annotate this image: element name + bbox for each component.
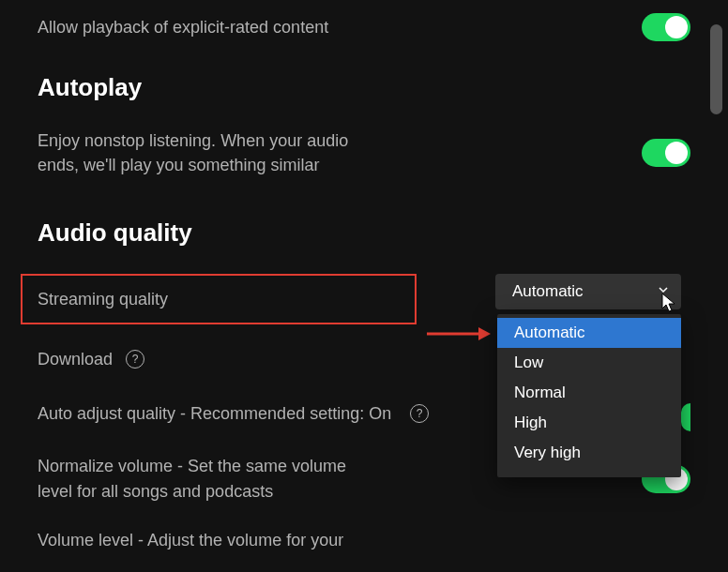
volume-level-label: Volume level - Adjust the volume for you… bbox=[38, 528, 394, 552]
download-label: Download bbox=[38, 347, 113, 371]
streaming-quality-highlight: Streaming quality bbox=[21, 274, 417, 324]
streaming-quality-dropdown: Automatic Low Normal High Very high bbox=[497, 314, 681, 477]
streaming-quality-select[interactable]: Automatic bbox=[495, 274, 681, 309]
dropdown-option-normal[interactable]: Normal bbox=[497, 378, 681, 408]
streaming-quality-label: Streaming quality bbox=[38, 287, 394, 311]
auto-adjust-toggle-partial[interactable] bbox=[681, 403, 690, 431]
mouse-cursor-icon bbox=[661, 293, 678, 317]
dropdown-option-high[interactable]: High bbox=[497, 408, 681, 438]
streaming-quality-value: Automatic bbox=[512, 282, 584, 301]
audio-quality-heading: Audio quality bbox=[38, 218, 690, 248]
annotation-arrow-icon bbox=[427, 324, 493, 347]
dropdown-option-very-high[interactable]: Very high bbox=[497, 438, 681, 468]
autoplay-heading: Autoplay bbox=[38, 73, 690, 102]
auto-adjust-label: Auto adjust quality - Recommended settin… bbox=[38, 401, 391, 426]
help-icon[interactable]: ? bbox=[410, 404, 429, 423]
dropdown-option-automatic[interactable]: Automatic bbox=[497, 318, 681, 348]
explicit-label: Allow playback of explicit-rated content bbox=[38, 15, 328, 39]
svg-marker-1 bbox=[478, 327, 491, 340]
scrollbar[interactable] bbox=[710, 24, 722, 114]
help-icon[interactable]: ? bbox=[126, 350, 144, 369]
autoplay-description: Enjoy nonstop listening. When your audio… bbox=[38, 128, 394, 177]
autoplay-toggle[interactable] bbox=[642, 139, 690, 167]
normalize-label: Normalize volume - Set the same volume l… bbox=[38, 454, 375, 503]
dropdown-option-low[interactable]: Low bbox=[497, 348, 681, 378]
explicit-toggle[interactable] bbox=[642, 13, 690, 41]
